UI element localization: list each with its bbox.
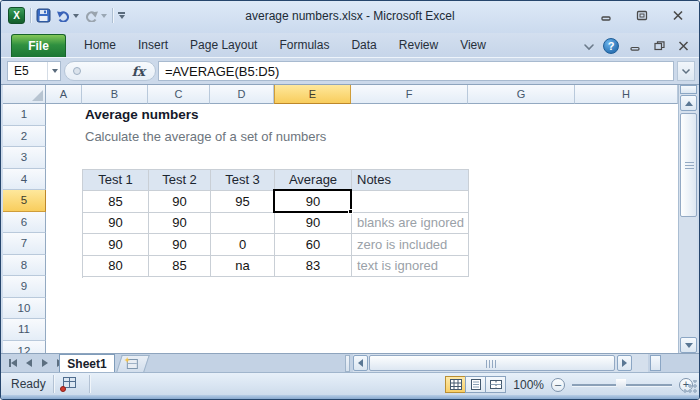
table-cell[interactable]: 85 <box>83 191 149 213</box>
tab-view[interactable]: View <box>449 33 497 57</box>
table-cell[interactable]: 90 <box>275 213 352 235</box>
tab-data[interactable]: Data <box>340 33 387 57</box>
table-cell[interactable]: blanks are ignored <box>352 213 469 235</box>
workbook-restore-button[interactable] <box>651 39 667 54</box>
row-header-11[interactable]: 11 <box>3 319 46 341</box>
row-header-4[interactable]: 4 <box>3 169 46 191</box>
cell-text-subtitle[interactable]: Calculate the average of a set of number… <box>85 129 326 144</box>
table-cell[interactable]: 90 <box>149 234 211 256</box>
horizontal-split-handle[interactable] <box>650 355 661 371</box>
row-header-12[interactable]: 12 <box>3 341 46 354</box>
scroll-left-button[interactable] <box>353 355 368 371</box>
name-box-dropdown-icon[interactable] <box>47 62 60 80</box>
zoom-out-button[interactable]: – <box>551 378 565 392</box>
zoom-level[interactable]: 100% <box>513 378 544 392</box>
table-cell[interactable]: 90 <box>149 191 211 213</box>
column-header-B[interactable]: B <box>82 85 148 104</box>
restore-button[interactable] <box>631 8 653 23</box>
table-cell[interactable] <box>211 213 275 235</box>
table-cell[interactable]: 83 <box>275 256 352 278</box>
cell-text-title[interactable]: Average numbers <box>85 107 199 122</box>
column-header-D[interactable]: D <box>210 85 274 104</box>
name-box[interactable]: E5 <box>7 61 61 81</box>
tab-home[interactable]: Home <box>73 33 127 57</box>
select-all-button[interactable] <box>3 85 46 104</box>
table-cell[interactable] <box>352 191 469 213</box>
tab-file[interactable]: File <box>11 34 66 57</box>
row-header-2[interactable]: 2 <box>3 126 46 148</box>
column-header-F[interactable]: F <box>351 85 468 104</box>
page-break-view-button[interactable] <box>485 376 506 393</box>
first-sheet-button[interactable] <box>6 356 19 370</box>
row-header-7[interactable]: 7 <box>3 233 46 255</box>
scroll-up-button[interactable] <box>680 95 697 111</box>
table-header-cell[interactable]: Test 1 <box>83 170 149 192</box>
excel-logo-icon[interactable]: X <box>8 7 25 24</box>
zoom-slider[interactable] <box>572 378 672 392</box>
table-header-cell[interactable]: Test 3 <box>211 170 275 192</box>
undo-icon[interactable] <box>56 7 79 24</box>
redo-icon[interactable] <box>84 7 107 24</box>
undo-dropdown-icon[interactable] <box>73 14 79 18</box>
tab-insert[interactable]: Insert <box>127 33 179 57</box>
row-header-5[interactable]: 5 <box>3 190 46 212</box>
tab-splitter[interactable] <box>345 355 350 372</box>
table-cell[interactable]: 0 <box>211 234 275 256</box>
formula-bar-handle[interactable] <box>73 67 81 75</box>
table-cell[interactable]: zero is included <box>352 234 469 256</box>
scroll-right-button[interactable] <box>617 355 632 371</box>
table-cell[interactable]: 90 <box>83 234 149 256</box>
tab-formulas[interactable]: Formulas <box>268 33 340 57</box>
previous-sheet-button[interactable] <box>22 356 35 370</box>
tab-page-layout[interactable]: Page Layout <box>179 33 268 57</box>
table-cell[interactable]: text is ignored <box>352 256 469 278</box>
column-header-E[interactable]: E <box>274 85 351 104</box>
resize-grip[interactable] <box>684 380 697 393</box>
vertical-scrollbar-thumb[interactable] <box>680 113 697 217</box>
table-header-cell[interactable]: Notes <box>352 170 469 192</box>
save-icon[interactable] <box>36 7 51 24</box>
row-header-3[interactable]: 3 <box>3 147 46 169</box>
row-header-6[interactable]: 6 <box>3 212 46 234</box>
table-cell[interactable]: 95 <box>211 191 275 213</box>
normal-view-button[interactable] <box>445 376 466 393</box>
horizontal-scrollbar-thumb[interactable] <box>369 355 615 371</box>
row-header-8[interactable]: 8 <box>3 255 46 277</box>
minimize-button[interactable] <box>595 8 617 23</box>
row-header-10[interactable]: 10 <box>3 298 46 320</box>
insert-worksheet-button[interactable] <box>116 355 150 372</box>
zoom-slider-thumb[interactable] <box>616 379 626 392</box>
table-header-cell[interactable]: Test 2 <box>149 170 211 192</box>
redo-dropdown-icon[interactable] <box>101 14 107 18</box>
column-header-H[interactable]: H <box>575 85 678 104</box>
macro-record-button[interactable] <box>61 377 77 390</box>
row-header-9[interactable]: 9 <box>3 276 46 298</box>
table-cell[interactable]: 85 <box>149 256 211 278</box>
table-cell[interactable]: 90 <box>83 213 149 235</box>
selected-cell-outline[interactable] <box>273 189 352 213</box>
vertical-scrollbar[interactable] <box>678 85 697 353</box>
column-header-A[interactable]: A <box>46 85 82 104</box>
table-header-cell[interactable]: Average <box>275 170 352 192</box>
tab-review[interactable]: Review <box>388 33 449 57</box>
table-cell[interactable]: 60 <box>275 234 352 256</box>
column-header-C[interactable]: C <box>148 85 210 104</box>
sheet-tab-sheet1[interactable]: Sheet1 <box>59 354 115 372</box>
chevron-down-icon[interactable] <box>583 37 595 55</box>
row-header-1[interactable]: 1 <box>3 104 46 126</box>
table-cell[interactable]: na <box>211 256 275 278</box>
page-layout-view-button[interactable] <box>465 376 486 393</box>
workbook-close-button[interactable] <box>675 39 691 54</box>
scroll-down-button[interactable] <box>680 337 697 353</box>
table-cell[interactable]: 90 <box>149 213 211 235</box>
expand-formula-bar-icon[interactable] <box>677 61 695 81</box>
formula-input[interactable]: =AVERAGE(B5:D5) <box>158 61 674 81</box>
next-sheet-button[interactable] <box>38 356 51 370</box>
insert-function-button[interactable]: fx <box>132 64 145 79</box>
horizontal-scrollbar[interactable] <box>353 354 648 372</box>
split-handle[interactable] <box>680 85 697 94</box>
fill-handle[interactable] <box>348 209 353 214</box>
help-button[interactable]: ? <box>603 38 619 54</box>
workbook-minimize-button[interactable] <box>627 39 643 54</box>
table-cell[interactable]: 80 <box>83 256 149 278</box>
